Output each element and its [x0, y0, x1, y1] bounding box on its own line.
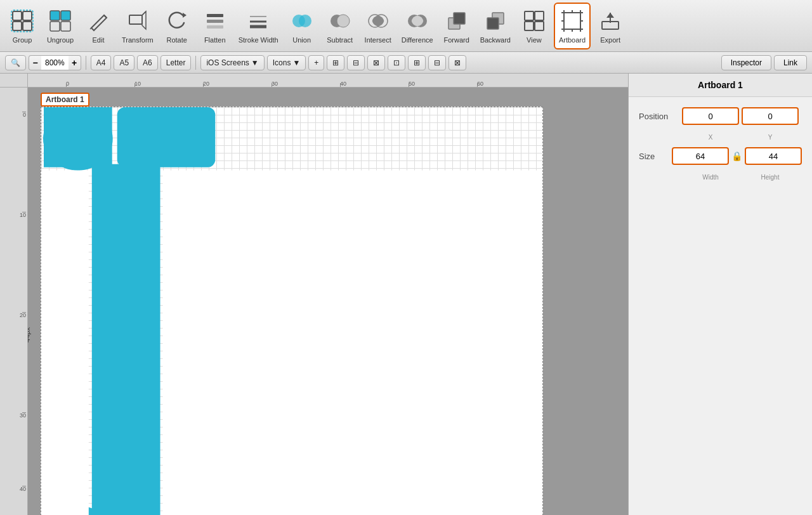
position-inputs: [682, 107, 799, 125]
x-input[interactable]: [682, 107, 739, 125]
artboard-name-label: Artboard 1: [41, 93, 89, 107]
artboard-button[interactable]: Artboard: [554, 3, 591, 49]
svg-rect-7: [50, 22, 60, 31]
export-button[interactable]: Export: [592, 3, 629, 49]
svg-rect-17: [207, 25, 223, 29]
intersect-button[interactable]: Intersect: [360, 3, 396, 49]
inspector-button[interactable]: Inspector: [721, 55, 771, 70]
letter-button[interactable]: Letter: [160, 55, 192, 70]
group-label: Group: [13, 36, 32, 44]
intersect-label: Intersect: [365, 36, 391, 44]
intersect-icon: [365, 8, 391, 34]
rotate-button[interactable]: Rotate: [159, 3, 195, 49]
subtract-button[interactable]: Subtract: [322, 3, 358, 49]
x-label: X: [682, 134, 739, 141]
grid-overlay: [41, 107, 542, 515]
main-toolbar: Group Ungroup Edit Transform Rotate Flat…: [0, 0, 812, 52]
edit-icon: [86, 8, 111, 34]
position-label: Position: [639, 112, 677, 121]
ungroup-label: Ungroup: [47, 36, 74, 44]
align-left-button[interactable]: ⊟: [347, 55, 365, 70]
export-icon: [598, 8, 623, 34]
artboard-icon: [560, 8, 585, 34]
svg-rect-35: [525, 22, 534, 30]
a6-button[interactable]: A6: [137, 55, 158, 70]
canvas-area[interactable]: 0 10 20 30 40 50 60 0 10 20 30 40 Artboa…: [0, 74, 628, 515]
link-button[interactable]: Link: [774, 55, 807, 70]
backward-button[interactable]: Backward: [476, 3, 514, 49]
union-button[interactable]: Union: [284, 3, 320, 49]
svg-rect-15: [207, 14, 223, 17]
chevron-down-icon: ▼: [251, 58, 259, 67]
separator-2: [195, 56, 196, 70]
svg-marker-14: [183, 13, 187, 18]
svg-rect-61: [41, 171, 89, 515]
icons-dropdown[interactable]: Icons ▼: [267, 55, 306, 70]
ungroup-icon: [48, 8, 73, 34]
secondary-toolbar: 🔍 − 800% + A4 A5 A6 Letter iOS Screens ▼…: [0, 52, 812, 74]
a5-button[interactable]: A5: [114, 55, 134, 70]
transform-button[interactable]: Transform: [118, 3, 157, 49]
align-center-h-button[interactable]: ⊠: [367, 55, 385, 70]
svg-rect-16: [207, 20, 223, 23]
group-button[interactable]: Group: [4, 3, 41, 49]
svg-rect-8: [61, 22, 70, 31]
artboard-container: Artboard 1: [28, 88, 628, 515]
align-top-button[interactable]: ⊞: [408, 55, 426, 70]
ruler-vertical: 0 10 20 30 40: [0, 88, 28, 515]
zoom-minus-button[interactable]: −: [29, 55, 41, 70]
align-right-button[interactable]: ⊡: [388, 55, 405, 70]
flatten-icon: [202, 8, 228, 34]
ios-screens-dropdown[interactable]: iOS Screens ▼: [200, 55, 264, 70]
svg-rect-30: [454, 13, 465, 24]
transform-icon: [125, 8, 150, 34]
shape-canvas: [41, 107, 542, 515]
add-icon-button[interactable]: +: [308, 55, 324, 70]
svg-rect-56: [92, 164, 160, 515]
chevron-down-icon-2: ▼: [292, 58, 300, 67]
zoom-plus-button[interactable]: +: [69, 55, 81, 70]
a4-button[interactable]: A4: [91, 55, 112, 70]
width-input[interactable]: [672, 147, 729, 165]
union-label: Union: [292, 36, 311, 44]
height-input[interactable]: [745, 147, 802, 165]
separator-1: [86, 56, 86, 70]
stroke-width-icon: [246, 8, 271, 34]
stroke-width-button[interactable]: Stroke Width: [235, 3, 282, 49]
flatten-label: Flatten: [204, 36, 226, 44]
svg-rect-3: [23, 22, 32, 30]
svg-rect-32: [487, 18, 499, 29]
ungroup-button[interactable]: Ungroup: [42, 3, 79, 49]
view-icon: [521, 8, 547, 34]
artboard[interactable]: 64px 44px: [41, 107, 543, 515]
panel-title: Artboard 1: [629, 74, 812, 97]
y-label: Y: [742, 134, 799, 141]
svg-point-53: [43, 107, 113, 171]
zoom-search-button[interactable]: 🔍: [5, 55, 26, 70]
svg-point-57: [43, 505, 113, 515]
transform-label: Transform: [122, 36, 154, 44]
rotate-icon: [164, 8, 190, 34]
align-center-v-button[interactable]: ⊟: [428, 55, 446, 70]
size-inputs: 🔒: [672, 147, 802, 165]
svg-rect-54: [44, 107, 112, 167]
search-icon: 🔍: [11, 58, 20, 67]
y-input[interactable]: [742, 107, 799, 125]
stroke-width-label: Stroke Width: [239, 36, 278, 44]
svg-rect-1: [23, 11, 32, 20]
grid-button[interactable]: ⊞: [327, 55, 344, 70]
view-button[interactable]: View: [516, 3, 553, 49]
edit-button[interactable]: Edit: [80, 3, 117, 49]
panel-body: Position X Y Size 🔒: [629, 97, 812, 191]
height-label: Height: [742, 174, 799, 181]
zoom-value[interactable]: 800%: [41, 55, 69, 70]
flatten-button[interactable]: Flatten: [197, 3, 233, 49]
ios-screens-label: iOS Screens: [206, 58, 249, 67]
size-row: Size 🔒: [639, 147, 802, 165]
align-bottom-button[interactable]: ⊠: [449, 55, 466, 70]
svg-rect-37: [564, 13, 580, 29]
forward-button[interactable]: Forward: [438, 3, 475, 49]
difference-button[interactable]: Difference: [398, 3, 437, 49]
artboard-label: Artboard: [559, 36, 586, 44]
svg-rect-58: [44, 509, 112, 515]
